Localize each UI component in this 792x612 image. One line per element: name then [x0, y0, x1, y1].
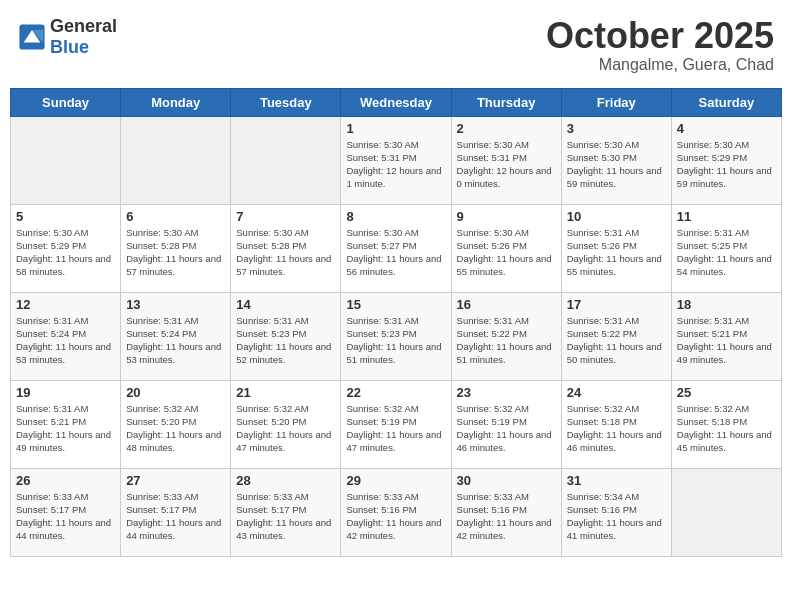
calendar-cell: 26Sunrise: 5:33 AM Sunset: 5:17 PM Dayli…	[11, 468, 121, 556]
day-number: 22	[346, 385, 445, 400]
day-info: Sunrise: 5:30 AM Sunset: 5:27 PM Dayligh…	[346, 226, 445, 279]
day-number: 9	[457, 209, 556, 224]
day-info: Sunrise: 5:31 AM Sunset: 5:23 PM Dayligh…	[236, 314, 335, 367]
day-info: Sunrise: 5:30 AM Sunset: 5:31 PM Dayligh…	[457, 138, 556, 191]
logo-blue: Blue	[50, 37, 89, 57]
calendar-cell: 20Sunrise: 5:32 AM Sunset: 5:20 PM Dayli…	[121, 380, 231, 468]
day-info: Sunrise: 5:34 AM Sunset: 5:16 PM Dayligh…	[567, 490, 666, 543]
calendar-cell	[671, 468, 781, 556]
day-number: 24	[567, 385, 666, 400]
page-header: General Blue October 2025 Mangalme, Guer…	[10, 10, 782, 80]
calendar-cell: 28Sunrise: 5:33 AM Sunset: 5:17 PM Dayli…	[231, 468, 341, 556]
calendar-cell: 24Sunrise: 5:32 AM Sunset: 5:18 PM Dayli…	[561, 380, 671, 468]
calendar-cell	[121, 116, 231, 204]
weekday-header-sunday: Sunday	[11, 88, 121, 116]
weekday-header-wednesday: Wednesday	[341, 88, 451, 116]
calendar-cell: 23Sunrise: 5:32 AM Sunset: 5:19 PM Dayli…	[451, 380, 561, 468]
day-info: Sunrise: 5:30 AM Sunset: 5:29 PM Dayligh…	[16, 226, 115, 279]
day-number: 28	[236, 473, 335, 488]
day-info: Sunrise: 5:32 AM Sunset: 5:20 PM Dayligh…	[126, 402, 225, 455]
day-info: Sunrise: 5:31 AM Sunset: 5:21 PM Dayligh…	[677, 314, 776, 367]
day-info: Sunrise: 5:32 AM Sunset: 5:18 PM Dayligh…	[567, 402, 666, 455]
day-number: 3	[567, 121, 666, 136]
day-number: 26	[16, 473, 115, 488]
day-number: 1	[346, 121, 445, 136]
calendar-week-1: 1Sunrise: 5:30 AM Sunset: 5:31 PM Daylig…	[11, 116, 782, 204]
day-number: 12	[16, 297, 115, 312]
calendar-cell: 11Sunrise: 5:31 AM Sunset: 5:25 PM Dayli…	[671, 204, 781, 292]
day-info: Sunrise: 5:30 AM Sunset: 5:26 PM Dayligh…	[457, 226, 556, 279]
calendar-cell: 10Sunrise: 5:31 AM Sunset: 5:26 PM Dayli…	[561, 204, 671, 292]
day-info: Sunrise: 5:32 AM Sunset: 5:19 PM Dayligh…	[346, 402, 445, 455]
day-number: 30	[457, 473, 556, 488]
day-number: 17	[567, 297, 666, 312]
calendar-cell: 25Sunrise: 5:32 AM Sunset: 5:18 PM Dayli…	[671, 380, 781, 468]
day-info: Sunrise: 5:31 AM Sunset: 5:22 PM Dayligh…	[567, 314, 666, 367]
calendar-cell: 21Sunrise: 5:32 AM Sunset: 5:20 PM Dayli…	[231, 380, 341, 468]
day-info: Sunrise: 5:32 AM Sunset: 5:19 PM Dayligh…	[457, 402, 556, 455]
day-number: 6	[126, 209, 225, 224]
calendar-cell: 6Sunrise: 5:30 AM Sunset: 5:28 PM Daylig…	[121, 204, 231, 292]
day-info: Sunrise: 5:31 AM Sunset: 5:22 PM Dayligh…	[457, 314, 556, 367]
day-number: 2	[457, 121, 556, 136]
day-number: 10	[567, 209, 666, 224]
calendar-cell: 3Sunrise: 5:30 AM Sunset: 5:30 PM Daylig…	[561, 116, 671, 204]
calendar-cell: 4Sunrise: 5:30 AM Sunset: 5:29 PM Daylig…	[671, 116, 781, 204]
calendar-cell: 14Sunrise: 5:31 AM Sunset: 5:23 PM Dayli…	[231, 292, 341, 380]
calendar-week-5: 26Sunrise: 5:33 AM Sunset: 5:17 PM Dayli…	[11, 468, 782, 556]
calendar-cell: 1Sunrise: 5:30 AM Sunset: 5:31 PM Daylig…	[341, 116, 451, 204]
day-info: Sunrise: 5:31 AM Sunset: 5:23 PM Dayligh…	[346, 314, 445, 367]
calendar-cell: 2Sunrise: 5:30 AM Sunset: 5:31 PM Daylig…	[451, 116, 561, 204]
calendar-cell: 8Sunrise: 5:30 AM Sunset: 5:27 PM Daylig…	[341, 204, 451, 292]
day-number: 23	[457, 385, 556, 400]
logo-icon	[18, 23, 46, 51]
calendar-cell: 15Sunrise: 5:31 AM Sunset: 5:23 PM Dayli…	[341, 292, 451, 380]
weekday-header-row: SundayMondayTuesdayWednesdayThursdayFrid…	[11, 88, 782, 116]
day-number: 21	[236, 385, 335, 400]
calendar-cell: 18Sunrise: 5:31 AM Sunset: 5:21 PM Dayli…	[671, 292, 781, 380]
day-number: 25	[677, 385, 776, 400]
logo: General Blue	[18, 16, 117, 58]
day-info: Sunrise: 5:30 AM Sunset: 5:28 PM Dayligh…	[236, 226, 335, 279]
day-number: 8	[346, 209, 445, 224]
logo-text: General Blue	[50, 16, 117, 58]
calendar-cell	[231, 116, 341, 204]
day-number: 27	[126, 473, 225, 488]
calendar-table: SundayMondayTuesdayWednesdayThursdayFrid…	[10, 88, 782, 557]
day-info: Sunrise: 5:33 AM Sunset: 5:16 PM Dayligh…	[457, 490, 556, 543]
calendar-cell: 29Sunrise: 5:33 AM Sunset: 5:16 PM Dayli…	[341, 468, 451, 556]
weekday-header-thursday: Thursday	[451, 88, 561, 116]
location-title: Mangalme, Guera, Chad	[546, 56, 774, 74]
day-info: Sunrise: 5:33 AM Sunset: 5:17 PM Dayligh…	[236, 490, 335, 543]
day-info: Sunrise: 5:32 AM Sunset: 5:20 PM Dayligh…	[236, 402, 335, 455]
weekday-header-friday: Friday	[561, 88, 671, 116]
day-info: Sunrise: 5:30 AM Sunset: 5:28 PM Dayligh…	[126, 226, 225, 279]
day-number: 29	[346, 473, 445, 488]
day-info: Sunrise: 5:30 AM Sunset: 5:30 PM Dayligh…	[567, 138, 666, 191]
calendar-cell: 12Sunrise: 5:31 AM Sunset: 5:24 PM Dayli…	[11, 292, 121, 380]
day-number: 20	[126, 385, 225, 400]
day-info: Sunrise: 5:31 AM Sunset: 5:25 PM Dayligh…	[677, 226, 776, 279]
day-number: 16	[457, 297, 556, 312]
calendar-week-3: 12Sunrise: 5:31 AM Sunset: 5:24 PM Dayli…	[11, 292, 782, 380]
logo-general: General	[50, 16, 117, 36]
calendar-week-2: 5Sunrise: 5:30 AM Sunset: 5:29 PM Daylig…	[11, 204, 782, 292]
day-number: 19	[16, 385, 115, 400]
calendar-cell: 22Sunrise: 5:32 AM Sunset: 5:19 PM Dayli…	[341, 380, 451, 468]
day-info: Sunrise: 5:32 AM Sunset: 5:18 PM Dayligh…	[677, 402, 776, 455]
day-info: Sunrise: 5:33 AM Sunset: 5:16 PM Dayligh…	[346, 490, 445, 543]
day-number: 31	[567, 473, 666, 488]
calendar-week-4: 19Sunrise: 5:31 AM Sunset: 5:21 PM Dayli…	[11, 380, 782, 468]
title-section: October 2025 Mangalme, Guera, Chad	[546, 16, 774, 74]
day-info: Sunrise: 5:30 AM Sunset: 5:29 PM Dayligh…	[677, 138, 776, 191]
day-number: 18	[677, 297, 776, 312]
calendar-cell: 30Sunrise: 5:33 AM Sunset: 5:16 PM Dayli…	[451, 468, 561, 556]
weekday-header-monday: Monday	[121, 88, 231, 116]
calendar-cell: 9Sunrise: 5:30 AM Sunset: 5:26 PM Daylig…	[451, 204, 561, 292]
day-info: Sunrise: 5:33 AM Sunset: 5:17 PM Dayligh…	[126, 490, 225, 543]
month-title: October 2025	[546, 16, 774, 56]
calendar-cell: 7Sunrise: 5:30 AM Sunset: 5:28 PM Daylig…	[231, 204, 341, 292]
calendar-cell: 17Sunrise: 5:31 AM Sunset: 5:22 PM Dayli…	[561, 292, 671, 380]
calendar-cell: 31Sunrise: 5:34 AM Sunset: 5:16 PM Dayli…	[561, 468, 671, 556]
day-number: 11	[677, 209, 776, 224]
